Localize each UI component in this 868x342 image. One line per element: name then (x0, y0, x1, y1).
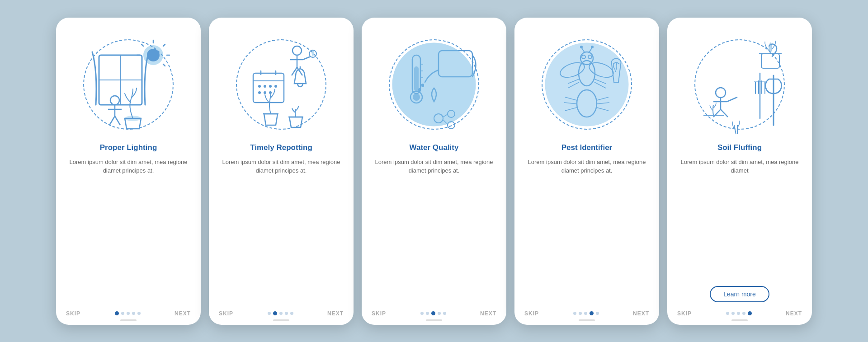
screen-title-5: Soil Fluffing (717, 143, 762, 152)
screen-desc-2: Lorem ipsum dolor sit dim amet, mea regi… (219, 158, 344, 307)
dot-2-4 (290, 312, 293, 315)
screen-title-2: Timely Repotting (250, 143, 312, 152)
dot-2-3 (285, 312, 288, 315)
dot-3-4 (443, 312, 446, 315)
dot-3-0 (420, 312, 424, 315)
next-button-5[interactable]: NEXT (786, 310, 802, 317)
nav-bar-4: SKIP NEXT (524, 310, 649, 317)
dot-2-0 (268, 312, 271, 315)
dot-5-4 (748, 311, 752, 315)
nav-dots-4 (573, 311, 599, 315)
dashed-circle-5 (694, 39, 785, 130)
illustration-proper-lighting (74, 30, 183, 139)
illustration-pest-identifier (533, 30, 641, 139)
dot-4-2 (584, 312, 587, 315)
scroll-bar-1 (120, 319, 137, 321)
scroll-bar-3 (426, 319, 442, 321)
skip-button-2[interactable]: SKIP (219, 310, 233, 317)
screen-title-4: Pest Identifier (561, 143, 612, 152)
next-button-1[interactable]: NEXT (175, 310, 191, 317)
dot-1-2 (127, 312, 130, 315)
screen-desc-3: Lorem ipsum dolor sit dim amet, mea regi… (372, 158, 496, 307)
dot-1-3 (132, 312, 135, 315)
nav-bar-1: SKIP NEXT (66, 310, 191, 317)
illustration-water-quality (380, 30, 488, 139)
dot-5-1 (731, 312, 735, 315)
nav-dots-1 (115, 311, 141, 315)
dashed-circle-2 (236, 39, 326, 130)
screen-title-3: Water Quality (410, 143, 459, 152)
dashed-circle-4 (542, 39, 632, 130)
skip-button-1[interactable]: SKIP (66, 310, 80, 317)
screen-desc-1: Lorem ipsum dolor sit dim amet, mea regi… (66, 158, 191, 307)
nav-dots-5 (726, 311, 752, 315)
scroll-bar-5 (731, 319, 748, 321)
svg-line-3 (163, 44, 165, 46)
skip-button-3[interactable]: SKIP (372, 310, 386, 317)
screen-pest-identifier: Pest Identifier Lorem ipsum dolor sit di… (514, 18, 659, 325)
illustration-soil-fluffing (685, 30, 794, 139)
skip-button-5[interactable]: SKIP (677, 310, 692, 317)
screen-proper-lighting: Proper Lighting Lorem ipsum dolor sit di… (56, 18, 201, 325)
dot-1-1 (121, 312, 124, 315)
learn-more-button[interactable]: Learn more (710, 286, 769, 302)
skip-button-4[interactable]: SKIP (524, 310, 539, 317)
dot-2-1 (273, 311, 277, 315)
nav-bar-3: SKIP NEXT (372, 310, 496, 317)
dot-5-3 (742, 312, 745, 315)
dot-3-1 (426, 312, 429, 315)
dashed-circle-3 (389, 39, 479, 130)
dot-4-1 (579, 312, 582, 315)
dot-3-2 (431, 311, 435, 315)
dot-4-0 (573, 312, 576, 315)
dashed-circle (83, 39, 174, 130)
screen-soil-fluffing: Soil Fluffing Lorem ipsum dolor sit dim … (667, 18, 812, 325)
illustration-timely-repotting (227, 30, 335, 139)
scroll-bar-4 (579, 319, 595, 321)
dot-3-3 (438, 312, 441, 315)
dot-4-4 (596, 312, 599, 315)
screen-title-1: Proper Lighting (100, 143, 157, 152)
dot-1-4 (137, 312, 141, 315)
next-button-2[interactable]: NEXT (327, 310, 344, 317)
screen-desc-4: Lorem ipsum dolor sit dim amet, mea regi… (524, 158, 649, 307)
nav-dots-3 (420, 311, 446, 315)
dot-5-2 (737, 312, 740, 315)
next-button-3[interactable]: NEXT (480, 310, 496, 317)
nav-bar-2: SKIP NEXT (219, 310, 344, 317)
dot-1-0 (115, 311, 119, 315)
screens-container: Proper Lighting Lorem ipsum dolor sit di… (56, 18, 812, 325)
dot-5-0 (726, 312, 729, 315)
scroll-bar-2 (273, 319, 289, 321)
dot-2-2 (279, 312, 283, 315)
next-button-4[interactable]: NEXT (633, 310, 649, 317)
nav-dots-2 (268, 311, 293, 315)
screen-desc-5: Lorem ipsum dolor sit dim amet, mea regi… (677, 158, 802, 286)
dot-4-3 (590, 311, 594, 315)
nav-bar-5: SKIP NEXT (677, 310, 802, 317)
screen-water-quality: Water Quality Lorem ipsum dolor sit dim … (362, 18, 506, 325)
screen-timely-repotting: Timely Repotting Lorem ipsum dolor sit d… (209, 18, 354, 325)
